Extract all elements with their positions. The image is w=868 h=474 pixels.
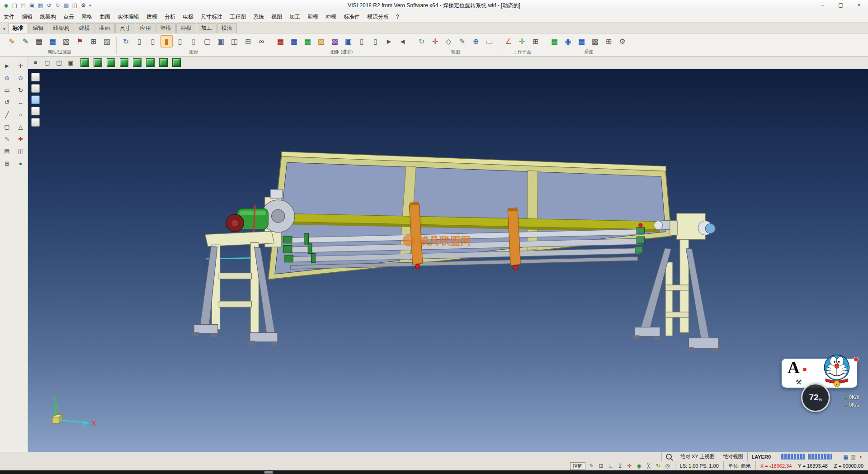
- menu-item[interactable]: 编辑: [18, 11, 36, 22]
- menu-item[interactable]: 系统: [250, 11, 268, 22]
- rotate-icon[interactable]: ↻: [15, 85, 26, 95]
- menu-item[interactable]: 冲模: [322, 11, 340, 22]
- menu-item[interactable]: 点云: [60, 11, 78, 22]
- snap-toggle-icon[interactable]: ▥: [849, 454, 857, 460]
- close-button[interactable]: ×: [850, 0, 868, 11]
- copy-attributes-icon[interactable]: ✎: [19, 35, 32, 47]
- snap-icon[interactable]: ●: [15, 159, 26, 168]
- intersection-snap-icon[interactable]: ╳: [645, 463, 652, 469]
- menu-item[interactable]: 电极: [179, 11, 197, 22]
- split-view-icon[interactable]: ◫: [15, 147, 26, 156]
- view-mode-label[interactable]: 绝对 XY 上视图: [676, 452, 719, 461]
- menu-item[interactable]: 模流分析: [363, 11, 392, 22]
- named-views-icon[interactable]: ▭: [483, 35, 495, 47]
- annotate-view-icon[interactable]: ✎: [456, 35, 468, 47]
- section-toggle-button[interactable]: [31, 107, 40, 115]
- layers-icon[interactable]: ▤: [2, 147, 13, 156]
- print-icon[interactable]: ▥: [62, 2, 70, 9]
- zoom-extents-icon[interactable]: ◇: [443, 35, 455, 47]
- calculator-icon[interactable]: ⊞: [603, 35, 615, 47]
- shaded-edges-view-icon[interactable]: ▯: [174, 35, 186, 47]
- menu-item[interactable]: 视图: [268, 11, 286, 22]
- right-view-cube[interactable]: [133, 58, 142, 67]
- render-materials-icon[interactable]: ▦: [288, 35, 300, 47]
- menu-item[interactable]: 线架构: [36, 11, 60, 22]
- settings-icon[interactable]: ⚙: [80, 2, 87, 9]
- wireframe-toggle-button[interactable]: [31, 73, 40, 81]
- pan-view-icon[interactable]: ✛: [429, 35, 441, 47]
- ime-tools-icon[interactable]: ⚒: [796, 378, 802, 386]
- refresh-coords-icon[interactable]: ↻: [655, 463, 662, 469]
- ime-mode-letter[interactable]: A: [788, 358, 800, 378]
- axonometric-view-cube[interactable]: [172, 58, 181, 67]
- ribbon-tab[interactable]: 塑模: [156, 23, 176, 33]
- active-layer-label[interactable]: LAYER0: [752, 454, 771, 460]
- top-view-cube[interactable]: [146, 58, 155, 67]
- ribbon-tab[interactable]: 冲模: [176, 23, 196, 33]
- menu-item[interactable]: 尺寸标注: [197, 11, 226, 22]
- ribbon-tab[interactable]: 尺寸: [115, 23, 135, 33]
- absolute-view-label[interactable]: 绝对视图: [719, 452, 747, 461]
- quick-access-overflow-caret[interactable]: ▾: [87, 3, 93, 8]
- ribbon-tab[interactable]: 标准: [8, 23, 28, 33]
- attribute-table-icon[interactable]: ⊞: [87, 35, 99, 47]
- zoom-search-icon[interactable]: [666, 454, 672, 460]
- grid-snap-icon[interactable]: ⊞: [598, 463, 605, 469]
- select-icon[interactable]: ►: [2, 61, 13, 71]
- cad-model-welding-positioner[interactable]: 模具联盟网 Y X: [28, 69, 868, 452]
- menu-item[interactable]: 塑模: [304, 11, 322, 22]
- grid-icon[interactable]: ⊞: [2, 159, 13, 168]
- grid-toggle-button[interactable]: [31, 118, 40, 127]
- menu-item[interactable]: 加工: [286, 11, 304, 22]
- menu-item[interactable]: 文件: [0, 11, 18, 22]
- zoom-out-icon[interactable]: ⊖: [15, 73, 26, 83]
- ortho-icon[interactable]: ∟: [607, 463, 614, 469]
- back-view-cube[interactable]: [107, 58, 115, 67]
- menu-item[interactable]: 工程图: [226, 11, 250, 22]
- ribbon-tab[interactable]: 应用: [136, 23, 156, 33]
- apply-material-icon[interactable]: ►: [383, 35, 395, 47]
- render-background-icon[interactable]: ▩: [329, 35, 341, 47]
- line-icon[interactable]: ╱: [2, 110, 13, 119]
- pan-icon[interactable]: ✛: [15, 61, 26, 71]
- element-filter-icon[interactable]: ▧: [60, 35, 72, 47]
- bounding-box-icon[interactable]: ▢: [201, 35, 213, 47]
- tile-windows-icon[interactable]: ◫: [55, 58, 63, 67]
- save-icon[interactable]: ▣: [28, 2, 36, 9]
- redo-icon[interactable]: ↻: [54, 2, 61, 9]
- tab-overflow-caret[interactable]: ▾: [1, 27, 8, 33]
- point-icon[interactable]: ○: [15, 110, 26, 119]
- material-cylinder-2-icon[interactable]: ▯: [369, 35, 382, 47]
- view-manager-icon[interactable]: ⊕: [470, 35, 482, 47]
- left-view-cube[interactable]: [120, 58, 128, 67]
- view-menu-icon[interactable]: ≡: [31, 58, 40, 67]
- percent-overlay-badge[interactable]: 72%: [801, 383, 830, 412]
- save-all-icon[interactable]: ▦: [37, 2, 44, 9]
- ribbon-tab[interactable]: 加工: [197, 23, 217, 33]
- ribbon-tab[interactable]: 线架构: [49, 23, 74, 33]
- workplane-angle-icon[interactable]: ∠: [502, 35, 514, 47]
- copy-view-icon[interactable]: ◫: [71, 2, 79, 9]
- reset-material-icon[interactable]: ◄: [396, 35, 409, 47]
- dynamic-section-icon[interactable]: ⊟: [242, 35, 254, 47]
- edit-attributes-icon[interactable]: ✎: [6, 35, 18, 47]
- zoom-window-icon[interactable]: ▭: [2, 85, 13, 95]
- shaded-toggle-button[interactable]: [31, 95, 40, 104]
- open-file-icon[interactable]: ▤: [19, 2, 27, 9]
- ribbon-tab[interactable]: 曲面: [95, 23, 115, 33]
- world-icon[interactable]: ◉: [562, 35, 574, 47]
- visi-logo-icon[interactable]: ◆: [2, 2, 10, 9]
- single-window-icon[interactable]: ▢: [43, 58, 52, 67]
- grid-settings-icon[interactable]: ▦: [576, 35, 588, 47]
- render-scene-icon[interactable]: ▦: [274, 35, 287, 47]
- hidden-line-view-icon[interactable]: ▯: [147, 35, 159, 47]
- center-snap-icon[interactable]: ◉: [636, 463, 643, 469]
- mask-filter-icon[interactable]: ▨: [101, 35, 113, 47]
- layer-manager-icon[interactable]: ▦: [548, 35, 561, 47]
- menu-item[interactable]: 建模: [143, 11, 161, 22]
- measure-icon[interactable]: ↔: [15, 98, 26, 107]
- material-cylinder-icon[interactable]: ▯: [356, 35, 368, 47]
- triangle-icon[interactable]: △: [15, 122, 26, 132]
- hidden-line-toggle-button[interactable]: [31, 84, 40, 93]
- pen-settings-icon[interactable]: ✎: [588, 463, 595, 469]
